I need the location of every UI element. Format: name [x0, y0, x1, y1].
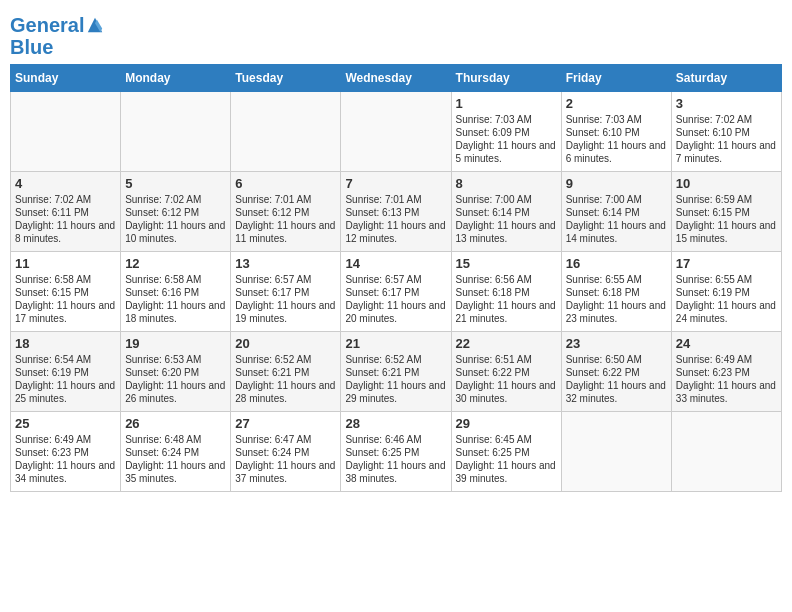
day-number: 12 [125, 256, 226, 271]
cell-info: Daylight: 11 hours and 33 minutes. [676, 379, 777, 405]
column-header-tuesday: Tuesday [231, 65, 341, 92]
cell-info: Daylight: 11 hours and 6 minutes. [566, 139, 667, 165]
cell-info: Sunrise: 6:58 AM [15, 273, 116, 286]
day-number: 5 [125, 176, 226, 191]
cell-info: Daylight: 11 hours and 11 minutes. [235, 219, 336, 245]
cell-info: Daylight: 11 hours and 29 minutes. [345, 379, 446, 405]
cell-info: Sunset: 6:17 PM [235, 286, 336, 299]
calendar-cell: 29Sunrise: 6:45 AMSunset: 6:25 PMDayligh… [451, 412, 561, 492]
cell-info: Sunrise: 7:02 AM [676, 113, 777, 126]
cell-info: Sunrise: 7:01 AM [235, 193, 336, 206]
cell-info: Sunrise: 6:46 AM [345, 433, 446, 446]
cell-info: Sunset: 6:24 PM [235, 446, 336, 459]
cell-info: Daylight: 11 hours and 30 minutes. [456, 379, 557, 405]
cell-info: Daylight: 11 hours and 37 minutes. [235, 459, 336, 485]
cell-info: Daylight: 11 hours and 7 minutes. [676, 139, 777, 165]
calendar-cell: 27Sunrise: 6:47 AMSunset: 6:24 PMDayligh… [231, 412, 341, 492]
cell-info: Sunset: 6:18 PM [456, 286, 557, 299]
calendar-cell: 24Sunrise: 6:49 AMSunset: 6:23 PMDayligh… [671, 332, 781, 412]
cell-info: Daylight: 11 hours and 10 minutes. [125, 219, 226, 245]
cell-info: Sunrise: 6:53 AM [125, 353, 226, 366]
cell-info: Sunset: 6:19 PM [15, 366, 116, 379]
day-number: 29 [456, 416, 557, 431]
cell-info: Daylight: 11 hours and 38 minutes. [345, 459, 446, 485]
calendar-cell [671, 412, 781, 492]
cell-info: Sunset: 6:11 PM [15, 206, 116, 219]
day-number: 15 [456, 256, 557, 271]
calendar-cell: 7Sunrise: 7:01 AMSunset: 6:13 PMDaylight… [341, 172, 451, 252]
calendar-cell: 18Sunrise: 6:54 AMSunset: 6:19 PMDayligh… [11, 332, 121, 412]
cell-info: Daylight: 11 hours and 18 minutes. [125, 299, 226, 325]
cell-info: Sunrise: 7:00 AM [566, 193, 667, 206]
cell-info: Daylight: 11 hours and 8 minutes. [15, 219, 116, 245]
day-number: 14 [345, 256, 446, 271]
calendar-cell: 15Sunrise: 6:56 AMSunset: 6:18 PMDayligh… [451, 252, 561, 332]
day-number: 4 [15, 176, 116, 191]
calendar-cell: 12Sunrise: 6:58 AMSunset: 6:16 PMDayligh… [121, 252, 231, 332]
cell-info: Daylight: 11 hours and 24 minutes. [676, 299, 777, 325]
calendar-cell: 20Sunrise: 6:52 AMSunset: 6:21 PMDayligh… [231, 332, 341, 412]
cell-info: Sunset: 6:10 PM [676, 126, 777, 139]
cell-info: Sunrise: 6:47 AM [235, 433, 336, 446]
cell-info: Daylight: 11 hours and 15 minutes. [676, 219, 777, 245]
calendar-cell [121, 92, 231, 172]
logo-blue-text: Blue [10, 36, 104, 58]
week-row-4: 18Sunrise: 6:54 AMSunset: 6:19 PMDayligh… [11, 332, 782, 412]
day-number: 25 [15, 416, 116, 431]
cell-info: Sunset: 6:20 PM [125, 366, 226, 379]
cell-info: Sunrise: 7:02 AM [15, 193, 116, 206]
calendar-cell: 1Sunrise: 7:03 AMSunset: 6:09 PMDaylight… [451, 92, 561, 172]
day-number: 1 [456, 96, 557, 111]
calendar-cell: 5Sunrise: 7:02 AMSunset: 6:12 PMDaylight… [121, 172, 231, 252]
cell-info: Daylight: 11 hours and 35 minutes. [125, 459, 226, 485]
calendar-cell: 3Sunrise: 7:02 AMSunset: 6:10 PMDaylight… [671, 92, 781, 172]
day-number: 20 [235, 336, 336, 351]
day-number: 28 [345, 416, 446, 431]
calendar-cell: 26Sunrise: 6:48 AMSunset: 6:24 PMDayligh… [121, 412, 231, 492]
day-number: 6 [235, 176, 336, 191]
cell-info: Sunrise: 7:00 AM [456, 193, 557, 206]
column-header-saturday: Saturday [671, 65, 781, 92]
cell-info: Sunrise: 6:45 AM [456, 433, 557, 446]
calendar-cell: 11Sunrise: 6:58 AMSunset: 6:15 PMDayligh… [11, 252, 121, 332]
calendar-cell: 6Sunrise: 7:01 AMSunset: 6:12 PMDaylight… [231, 172, 341, 252]
cell-info: Sunset: 6:25 PM [456, 446, 557, 459]
cell-info: Daylight: 11 hours and 32 minutes. [566, 379, 667, 405]
calendar-cell: 4Sunrise: 7:02 AMSunset: 6:11 PMDaylight… [11, 172, 121, 252]
calendar-cell: 25Sunrise: 6:49 AMSunset: 6:23 PMDayligh… [11, 412, 121, 492]
cell-info: Sunset: 6:22 PM [566, 366, 667, 379]
cell-info: Sunset: 6:12 PM [235, 206, 336, 219]
cell-info: Daylight: 11 hours and 5 minutes. [456, 139, 557, 165]
day-number: 22 [456, 336, 557, 351]
cell-info: Sunset: 6:17 PM [345, 286, 446, 299]
calendar-cell: 2Sunrise: 7:03 AMSunset: 6:10 PMDaylight… [561, 92, 671, 172]
day-number: 11 [15, 256, 116, 271]
cell-info: Daylight: 11 hours and 19 minutes. [235, 299, 336, 325]
cell-info: Daylight: 11 hours and 28 minutes. [235, 379, 336, 405]
calendar-cell [231, 92, 341, 172]
day-number: 26 [125, 416, 226, 431]
cell-info: Daylight: 11 hours and 20 minutes. [345, 299, 446, 325]
day-number: 18 [15, 336, 116, 351]
day-number: 23 [566, 336, 667, 351]
day-number: 2 [566, 96, 667, 111]
cell-info: Sunset: 6:23 PM [15, 446, 116, 459]
logo-text: General [10, 14, 84, 36]
cell-info: Sunset: 6:13 PM [345, 206, 446, 219]
header: General Blue [10, 10, 782, 58]
cell-info: Daylight: 11 hours and 26 minutes. [125, 379, 226, 405]
cell-info: Sunset: 6:14 PM [566, 206, 667, 219]
cell-info: Sunset: 6:21 PM [345, 366, 446, 379]
column-header-monday: Monday [121, 65, 231, 92]
column-header-friday: Friday [561, 65, 671, 92]
calendar-cell: 21Sunrise: 6:52 AMSunset: 6:21 PMDayligh… [341, 332, 451, 412]
day-number: 17 [676, 256, 777, 271]
day-number: 19 [125, 336, 226, 351]
week-row-3: 11Sunrise: 6:58 AMSunset: 6:15 PMDayligh… [11, 252, 782, 332]
cell-info: Sunrise: 6:54 AM [15, 353, 116, 366]
cell-info: Sunrise: 7:03 AM [456, 113, 557, 126]
cell-info: Sunset: 6:23 PM [676, 366, 777, 379]
day-number: 3 [676, 96, 777, 111]
day-number: 21 [345, 336, 446, 351]
cell-info: Sunrise: 6:51 AM [456, 353, 557, 366]
